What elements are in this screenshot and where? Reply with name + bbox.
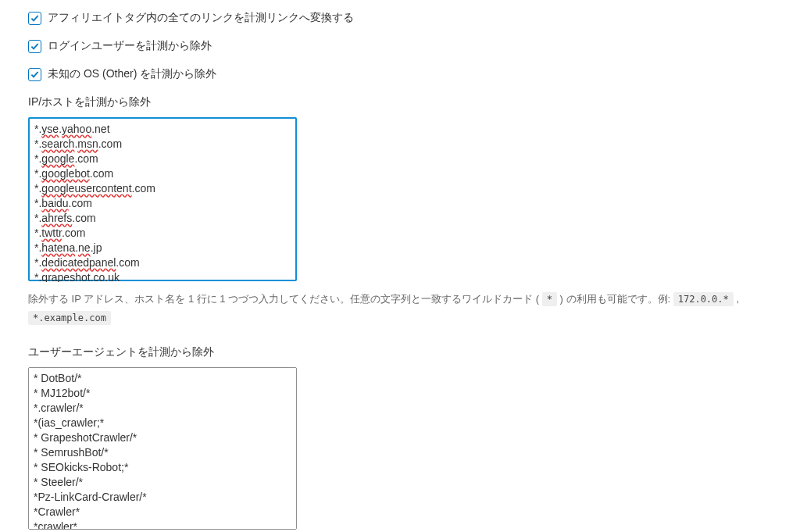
ip-host-label: IP/ホストを計測から除外 <box>28 95 775 109</box>
checkbox-loggedin[interactable] <box>28 40 41 53</box>
checkbox-affiliate[interactable] <box>28 12 41 25</box>
checkbox-row-unknown-os: 未知の OS (Other) を計測から除外 <box>28 67 775 81</box>
ip-host-textarea[interactable] <box>28 117 297 281</box>
check-icon <box>30 14 39 23</box>
checkbox-row-affiliate: アフィリエイトタグ内の全てのリンクを計測リンクへ変換する <box>28 11 775 25</box>
checkbox-unknown-os-label: 未知の OS (Other) を計測から除外 <box>48 67 216 81</box>
ua-textarea[interactable] <box>28 367 297 530</box>
checkbox-row-loggedin: ログインユーザーを計測から除外 <box>28 39 775 53</box>
ip-host-help-sep: , <box>734 293 739 305</box>
ip-host-help-wildcard: * <box>542 292 557 306</box>
check-icon <box>30 70 39 79</box>
ua-label: ユーザーエージェントを計測から除外 <box>28 345 775 359</box>
ip-host-help-ex1: 172.0.0.* <box>673 292 734 306</box>
checkbox-affiliate-label: アフィリエイトタグ内の全てのリンクを計測リンクへ変換する <box>48 11 354 25</box>
check-icon <box>30 42 39 51</box>
checkbox-loggedin-label: ログインユーザーを計測から除外 <box>48 39 212 53</box>
checkbox-unknown-os[interactable] <box>28 68 41 81</box>
ip-host-help-mid: ) の利用も可能です。例: <box>557 293 673 305</box>
ip-host-help-ex2: *.example.com <box>28 311 111 325</box>
ip-host-help-pre: 除外する IP アドレス、ホスト名を 1 行に 1 つづつ入力してください。任意… <box>28 293 542 305</box>
ip-host-help: 除外する IP アドレス、ホスト名を 1 行に 1 つづつ入力してください。任意… <box>28 290 775 327</box>
ip-host-textarea-wrap: *.yse.yahoo.net*.search.msn.com*.google.… <box>28 117 297 284</box>
